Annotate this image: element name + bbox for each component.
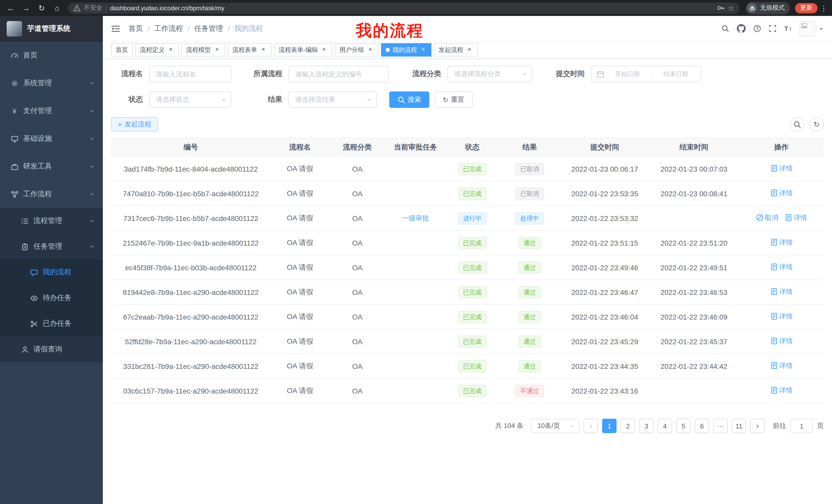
column-header-8: 操作: [739, 138, 824, 157]
tab-6[interactable]: 我的流程×: [381, 43, 432, 57]
back-icon[interactable]: ←: [4, 1, 18, 15]
address-bar[interactable]: 不安全 | dashboard.yudao.iocoder.cn/bpm/tas…: [68, 2, 739, 13]
help-icon[interactable]: [753, 25, 761, 32]
cell-status: 进行中: [446, 206, 499, 230]
cell-actions: 详情: [739, 181, 824, 206]
process-name-input[interactable]: [149, 66, 231, 82]
close-icon[interactable]: ×: [167, 46, 174, 53]
sidebar-item-9[interactable]: 待办任务: [0, 285, 103, 311]
breadcrumb-item-home[interactable]: 首页: [129, 24, 143, 33]
detail-button[interactable]: 详情: [770, 386, 793, 395]
tab-label: 发起流程: [439, 46, 463, 54]
chevron-down-icon: [366, 96, 372, 103]
status-select[interactable]: 请选择状态: [149, 91, 231, 108]
chevron-down-icon: [89, 136, 95, 142]
prev-page-button[interactable]: ‹: [583, 419, 598, 433]
user-avatar[interactable]: [800, 21, 815, 36]
close-icon[interactable]: ×: [213, 46, 220, 53]
close-icon[interactable]: ×: [420, 46, 427, 53]
fullscreen-icon[interactable]: [769, 25, 777, 32]
create-process-button[interactable]: + 发起流程: [111, 117, 158, 132]
reset-button[interactable]: ↻ 重置: [435, 91, 473, 108]
forward-icon[interactable]: →: [20, 1, 33, 15]
tab-1[interactable]: 流程定义×: [135, 43, 179, 57]
detail-button[interactable]: 详情: [770, 361, 793, 370]
key-icon[interactable]: [717, 4, 725, 12]
gear-icon: [10, 79, 19, 87]
cell-id: 331bc281-7b9a-11ec-a290-acde48001122: [111, 354, 270, 379]
cancel-button[interactable]: 取消: [756, 213, 778, 222]
sidebar-item-1[interactable]: 系统管理: [0, 69, 103, 97]
current-task-link[interactable]: 一级审批: [402, 214, 429, 223]
sidebar-item-8[interactable]: 我的流程: [0, 259, 103, 285]
sidebar-item-10[interactable]: 已办任务: [0, 311, 103, 337]
home-icon[interactable]: ⌂: [50, 1, 64, 15]
cell-end-time: 2022-01-23 00:07:03: [649, 157, 739, 181]
category-select[interactable]: 请选择流程分类: [447, 66, 532, 82]
sidebar-item-11[interactable]: 请假查询: [0, 337, 103, 362]
sidebar-item-3[interactable]: 基础设施: [0, 125, 103, 152]
close-icon[interactable]: ×: [466, 46, 473, 53]
close-icon[interactable]: ×: [367, 46, 374, 53]
sidebar-item-5[interactable]: 工作流程: [0, 180, 103, 208]
cell-id: 7470a810-7b9b-11ec-b5b7-acde48001122: [111, 181, 270, 206]
tab-0[interactable]: 首页: [111, 43, 133, 57]
next-page-button[interactable]: ›: [750, 419, 765, 433]
page-button-1[interactable]: 1: [602, 419, 617, 433]
search-icon[interactable]: [722, 25, 729, 32]
tab-label: 我的流程: [392, 46, 417, 54]
breadcrumb-item-task[interactable]: 任务管理: [194, 24, 223, 33]
status-tag: 通过: [518, 286, 541, 298]
sidebar-item-0[interactable]: 首页: [0, 41, 103, 69]
navbar-actions: TT: [722, 21, 824, 36]
tab-7[interactable]: 发起流程×: [434, 43, 478, 57]
detail-button[interactable]: 详情: [770, 337, 793, 346]
tab-2[interactable]: 流程模型×: [182, 43, 225, 57]
refresh-table-button[interactable]: ↻: [809, 117, 824, 132]
sidebar-item-6[interactable]: 流程管理: [0, 208, 103, 234]
breadcrumb-item-workflow[interactable]: 工作流程: [154, 24, 183, 33]
incognito-badge: 无痕模式: [746, 2, 790, 14]
caret-down-icon[interactable]: [818, 26, 824, 31]
detail-button[interactable]: 详情: [770, 189, 793, 198]
reload-icon[interactable]: ↻: [35, 1, 48, 15]
goto-page-input[interactable]: [790, 419, 813, 433]
process-definition-input[interactable]: [288, 66, 389, 82]
cell-submit-time: 2022-01-22 23:53:35: [561, 181, 649, 206]
cell-submit-time: 2022-01-22 23:49:46: [561, 255, 649, 280]
toggle-search-button[interactable]: [790, 117, 804, 132]
detail-button[interactable]: 详情: [784, 213, 807, 222]
page-button-5[interactable]: 5: [676, 419, 691, 433]
detail-button[interactable]: 详情: [770, 262, 793, 272]
font-size-icon[interactable]: TT: [784, 25, 792, 32]
tabs-bar: 首页流程定义×流程模型×流程表单×流程表单-编辑×用户分组×我的流程×发起流程×: [103, 41, 832, 59]
submit-time-range-picker[interactable]: 开始日期 - 结束日期: [591, 66, 701, 82]
page-size-select[interactable]: 10条/页: [531, 419, 579, 433]
search-button[interactable]: 搜索: [389, 91, 430, 108]
page-button-11[interactable]: 11: [732, 419, 746, 433]
hamburger-icon[interactable]: [111, 24, 120, 33]
sidebar-item-7[interactable]: 任务管理: [0, 234, 103, 259]
page-button-3[interactable]: 3: [639, 419, 654, 433]
detail-button[interactable]: 详情: [770, 238, 793, 247]
sidebar-item-4[interactable]: 研发工具: [0, 152, 103, 180]
detail-button[interactable]: 详情: [770, 287, 793, 297]
close-icon[interactable]: ×: [320, 46, 328, 53]
tab-4[interactable]: 流程表单-编辑×: [274, 43, 332, 57]
browser-menu-icon[interactable]: ⋮: [820, 4, 828, 12]
sidebar-item-2[interactable]: ¥支付管理: [0, 97, 103, 125]
close-icon[interactable]: ×: [260, 46, 267, 53]
detail-button[interactable]: 详情: [770, 164, 793, 173]
tab-3[interactable]: 流程表单×: [228, 43, 271, 57]
bookmark-star-icon[interactable]: ☆: [728, 4, 734, 12]
page-button-6[interactable]: 6: [695, 419, 709, 433]
detail-button[interactable]: 详情: [770, 312, 793, 321]
update-button[interactable]: 更新: [795, 3, 817, 13]
result-select[interactable]: 请选择流结果: [288, 91, 377, 108]
page-button-2[interactable]: 2: [621, 419, 635, 433]
app-logo[interactable]: 芋道管理系统: [0, 16, 103, 41]
page-button-4[interactable]: 4: [658, 419, 672, 433]
github-icon[interactable]: [737, 24, 746, 33]
tab-5[interactable]: 用户分组×: [335, 43, 379, 57]
page-ellipsis-button[interactable]: ···: [713, 419, 728, 433]
